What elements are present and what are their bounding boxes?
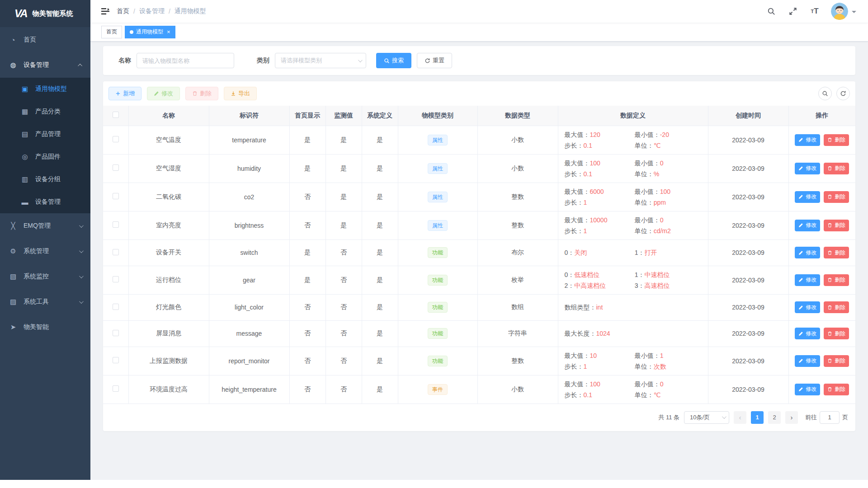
reset-button[interactable]: 重置 [417, 53, 452, 68]
name-filter-input[interactable] [137, 53, 234, 68]
row-delete-button[interactable]: 删除 [824, 328, 849, 339]
row-checkbox[interactable] [113, 221, 119, 228]
goto-page-input[interactable] [820, 411, 840, 424]
row-checkbox[interactable] [113, 357, 119, 363]
sidebar-item-label: 设备管理 [24, 61, 49, 69]
row-edit-button[interactable]: 修改 [795, 274, 820, 286]
row-delete-button[interactable]: 删除 [824, 355, 849, 367]
cell-name: 空气温度 [128, 126, 209, 154]
cell-created-time: 2022-03-09 [708, 183, 788, 211]
chevron-down-icon [722, 414, 726, 419]
data-definition-pair: 最大值：6000 [565, 187, 635, 197]
select-all-checkbox[interactable] [113, 112, 119, 118]
search-button[interactable]: 搜索 [376, 53, 411, 68]
cell-data-type: 枚举 [477, 266, 558, 294]
row-delete-button[interactable]: 删除 [824, 220, 849, 231]
row-checkbox[interactable] [113, 276, 119, 282]
cell-data-definition: 0：低速档位1：中速档位2：中高速档位3：高速档位 [558, 266, 708, 294]
sidebar-item-label: 系统工具 [24, 298, 49, 306]
sidebar-item-gear[interactable]: ⚙系统管理 [0, 239, 90, 264]
prev-page-button[interactable]: ‹ [734, 411, 746, 424]
row-checkbox[interactable] [113, 164, 119, 171]
sidebar-item-device[interactable]: ◍设备管理 [0, 52, 90, 78]
cell-select [103, 375, 128, 404]
cell-name: 上报监测数据 [128, 347, 209, 375]
category-select[interactable]: 请选择模型类别 [275, 53, 366, 68]
close-tab-icon[interactable]: × [167, 29, 170, 35]
row-edit-button[interactable]: 修改 [795, 384, 820, 395]
tab-通用物模型[interactable]: 通用物模型× [125, 26, 175, 38]
tab-label: 通用物模型 [136, 28, 163, 36]
row-edit-button[interactable]: 修改 [795, 301, 820, 313]
page-button-1[interactable]: 1 [751, 411, 764, 424]
filter-card: 名称 类别 请选择模型类别 搜索 重置 [103, 46, 855, 75]
row-checkbox[interactable] [113, 136, 119, 142]
row-edit-button[interactable]: 修改 [795, 134, 820, 146]
row-checkbox[interactable] [113, 193, 119, 199]
data-definition-pair: 最小值：0 [635, 379, 702, 389]
sidebar-menu: ◔首页◍设备管理▣通用物模型▦产品分类▤产品管理◎产品固件▥设备分组▬设备管理╳… [0, 27, 90, 340]
cell-name: 二氧化碳 [128, 183, 209, 211]
page-size-select[interactable]: 10条/页 [684, 411, 729, 424]
row-checkbox[interactable] [113, 249, 119, 255]
sidebar-item-firmware[interactable]: ◎产品固件 [0, 145, 90, 168]
sidebar-toggle-icon[interactable] [90, 8, 117, 15]
font-size-icon[interactable]: TT [806, 0, 824, 23]
header-search-icon[interactable] [762, 0, 780, 23]
column-header: 监测值 [326, 106, 362, 126]
row-checkbox[interactable] [113, 330, 119, 336]
row-edit-button[interactable]: 修改 [795, 220, 820, 231]
dashboard-icon: ◔ [9, 36, 17, 44]
user-menu[interactable] [827, 3, 860, 20]
edit-button[interactable]: 修改 [147, 87, 180, 100]
row-edit-button[interactable]: 修改 [795, 355, 820, 367]
show-search-toggle-button[interactable] [818, 87, 832, 100]
row-delete-button[interactable]: 删除 [824, 274, 849, 286]
sidebar-item-send[interactable]: ➤物美智能 [0, 314, 90, 340]
category-badge: 属性 [428, 220, 448, 231]
cell-name: 灯光颜色 [128, 294, 209, 320]
data-definition-pair: 最大值：10000 [565, 215, 635, 225]
row-delete-button[interactable]: 删除 [824, 191, 849, 203]
cell-created-time: 2022-03-09 [708, 126, 788, 154]
cell-data-definition: 0：关闭1：打开 [558, 239, 708, 266]
breadcrumb-home[interactable]: 首页 [117, 7, 129, 15]
tab-label: 首页 [106, 28, 117, 36]
tab-首页[interactable]: 首页 [101, 26, 122, 38]
sidebar-item-device-group[interactable]: ▥设备分组 [0, 168, 90, 191]
sidebar-item-category[interactable]: ▦产品分类 [0, 100, 90, 123]
sidebar-item-dashboard[interactable]: ◔首页 [0, 27, 90, 52]
row-edit-button[interactable]: 修改 [795, 191, 820, 203]
sidebar-item-tools[interactable]: ▨系统工具 [0, 289, 90, 314]
page-content: 名称 类别 请选择模型类别 搜索 重置 [90, 42, 868, 480]
sidebar-item-cube[interactable]: ▣通用物模型 [0, 78, 90, 100]
row-delete-button[interactable]: 删除 [824, 134, 849, 146]
table-row: 上报监测数据report_monitor否否是功能整数最大值：10最小值：1步长… [103, 347, 855, 375]
row-checkbox[interactable] [113, 385, 119, 392]
sidebar-item-monitor[interactable]: ▧系统监控 [0, 264, 90, 289]
refresh-table-button[interactable] [836, 87, 850, 100]
row-delete-button[interactable]: 删除 [824, 247, 849, 258]
data-definition-pair: 最大值：10 [565, 351, 635, 361]
fullscreen-icon[interactable] [784, 0, 802, 23]
row-delete-button[interactable]: 删除 [824, 301, 849, 313]
row-edit-button[interactable]: 修改 [795, 163, 820, 174]
sidebar-item-emq[interactable]: ╳EMQ管理 [0, 213, 90, 239]
export-button[interactable]: 导出 [224, 87, 257, 100]
delete-button[interactable]: 删除 [185, 87, 218, 100]
data-definition-pair: 最小值：0 [635, 215, 702, 225]
sidebar-item-device-list[interactable]: ▬设备管理 [0, 191, 90, 213]
row-delete-button[interactable]: 删除 [824, 163, 849, 174]
add-button[interactable]: 新增 [108, 87, 142, 100]
page-button-2[interactable]: 2 [768, 411, 781, 424]
row-checkbox[interactable] [113, 304, 119, 310]
row-edit-button[interactable]: 修改 [795, 328, 820, 339]
next-page-button[interactable]: › [785, 411, 798, 424]
sidebar-item-product[interactable]: ▤产品管理 [0, 123, 90, 145]
row-edit-button[interactable]: 修改 [795, 247, 820, 258]
row-delete-button[interactable]: 删除 [824, 384, 849, 395]
table-row: 二氧化碳co2否是是属性整数最大值：6000最小值：100步长：1单位：ppm2… [103, 183, 855, 211]
cell-name: 环境温度过高 [128, 375, 209, 404]
table-row: 设备开关switch是否是功能布尔0：关闭1：打开2022-03-09修改删除 [103, 239, 855, 266]
cell-monitor-value: 否 [326, 375, 362, 404]
